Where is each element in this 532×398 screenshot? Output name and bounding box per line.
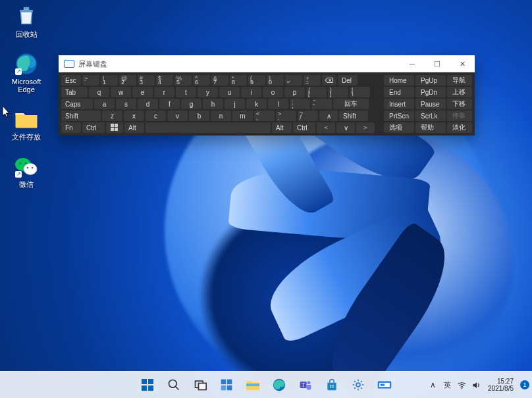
minimize-button[interactable]: ─ xyxy=(400,55,425,72)
key-scrlk[interactable]: ScrLk xyxy=(415,111,446,121)
ime-indicator[interactable]: 英 xyxy=(442,380,452,390)
key-backspace[interactable] xyxy=(322,75,336,86)
key-/[interactable]: ?/ xyxy=(298,111,318,121)
key-[[interactable]: {[ xyxy=(306,87,327,97)
key-l[interactable]: l xyxy=(268,99,288,109)
key-esc[interactable]: Esc xyxy=(61,75,81,86)
taskbar-widgets[interactable] xyxy=(215,373,238,397)
key-m[interactable]: m xyxy=(232,111,253,121)
key-u[interactable]: u xyxy=(219,87,240,97)
key-win[interactable] xyxy=(106,122,123,133)
key-2[interactable]: @2 xyxy=(119,75,136,86)
osk-side-导航[interactable]: 导航 xyxy=(447,75,472,86)
key-j[interactable]: j xyxy=(225,99,245,109)
key-1[interactable]: !1 xyxy=(101,75,118,86)
key-fn[interactable]: Fn xyxy=(61,122,81,133)
key-f[interactable]: f xyxy=(159,99,180,109)
key-up[interactable]: ∧ xyxy=(319,111,338,121)
key-down[interactable]: ∨ xyxy=(336,122,355,133)
key-home[interactable]: Home xyxy=(384,75,414,86)
key-right[interactable]: ＞ xyxy=(356,122,375,133)
key-end[interactable]: End xyxy=(384,87,414,97)
key-p[interactable]: p xyxy=(284,87,305,97)
key-5[interactable]: %5 xyxy=(174,75,192,86)
key-o[interactable]: o xyxy=(263,87,283,97)
volume-icon[interactable] xyxy=(471,380,481,390)
key-`[interactable]: ~` xyxy=(82,75,99,86)
key-'[interactable]: "' xyxy=(311,99,332,109)
taskbar-settings[interactable] xyxy=(346,373,370,397)
key-帮助[interactable]: 帮助 xyxy=(415,122,446,133)
key-e[interactable]: e xyxy=(132,87,153,97)
maximize-button[interactable]: ☐ xyxy=(425,55,450,72)
key-0[interactable]: )0 xyxy=(267,75,284,86)
key-z[interactable]: z xyxy=(102,111,122,121)
key-3[interactable]: #3 xyxy=(138,75,155,86)
key-pgdn[interactable]: PgDn xyxy=(415,87,446,97)
key-ctrl-left[interactable]: Ctrl xyxy=(82,122,105,133)
desktop-icon-wechat[interactable]: 微信 xyxy=(5,154,47,188)
desktop-icon-folder[interactable]: 文件存放 xyxy=(5,107,47,141)
key-x[interactable]: x xyxy=(124,111,144,121)
key-alt-left[interactable]: Alt xyxy=(124,122,144,133)
key-8[interactable]: *8 xyxy=(230,75,247,86)
taskbar-taskview[interactable] xyxy=(188,373,212,397)
taskbar-teams[interactable]: T xyxy=(294,373,317,397)
key-t[interactable]: t xyxy=(176,87,196,97)
osk-side-下移[interactable]: 下移 xyxy=(447,99,472,109)
osk-side-停靠[interactable]: 停靠 xyxy=(447,111,472,121)
taskbar-start[interactable] xyxy=(136,373,159,397)
key-q[interactable]: q xyxy=(89,87,109,97)
key-r[interactable]: r xyxy=(154,87,174,97)
key-,[interactable]: <, xyxy=(254,111,275,121)
key-][interactable]: }] xyxy=(328,87,348,97)
key-pause[interactable]: Pause xyxy=(415,99,446,109)
taskbar-search[interactable] xyxy=(162,373,186,397)
key-s[interactable]: s xyxy=(116,99,136,109)
key-7[interactable]: &7 xyxy=(211,75,228,86)
taskbar-explorer[interactable] xyxy=(241,373,265,397)
key-选项[interactable]: 选项 xyxy=(384,122,414,133)
key-h[interactable]: h xyxy=(203,99,223,109)
desktop-icon-recycle-bin[interactable]: 回收站 xyxy=(5,4,47,38)
key-pgup[interactable]: PgUp xyxy=(415,75,446,86)
key-n[interactable]: n xyxy=(211,111,231,121)
key-a[interactable]: a xyxy=(94,99,115,109)
taskbar-clock[interactable]: 15:27 2021/8/5 xyxy=(485,378,516,392)
close-button[interactable]: ✕ xyxy=(450,55,475,72)
osk-titlebar[interactable]: 屏幕键盘 ─ ☐ ✕ xyxy=(59,55,475,72)
tray-chevron-icon[interactable]: ∧ xyxy=(427,380,438,390)
key-.[interactable]: >. xyxy=(276,111,296,121)
key-6[interactable]: ^6 xyxy=(193,75,210,86)
taskbar-store[interactable] xyxy=(320,373,344,397)
key-enter[interactable]: 回车 xyxy=(333,99,369,109)
key-shift-left[interactable]: Shift xyxy=(61,111,101,121)
key-v[interactable]: v xyxy=(167,111,188,121)
key-caps[interactable]: Caps xyxy=(61,99,93,109)
key-prtscn[interactable]: PrtScn xyxy=(384,111,414,121)
taskbar-edge[interactable] xyxy=(267,373,291,397)
key-alt-right[interactable]: Alt xyxy=(272,122,292,133)
key-space[interactable] xyxy=(146,122,271,133)
key-;[interactable]: :; xyxy=(290,99,310,109)
key-k[interactable]: k xyxy=(246,99,267,109)
key-c[interactable]: c xyxy=(146,111,166,121)
key-9[interactable]: (9 xyxy=(248,75,265,86)
taskbar-snip[interactable] xyxy=(373,373,396,397)
key-d[interactable]: d xyxy=(138,99,158,109)
key-=[interactable]: += xyxy=(304,75,321,86)
key-insert[interactable]: Insert xyxy=(384,99,414,109)
key--[interactable]: _- xyxy=(285,75,302,86)
key-i[interactable]: i xyxy=(241,87,261,97)
key-shift-right[interactable]: Shift xyxy=(339,111,368,121)
key-ctrl-right[interactable]: Ctrl xyxy=(293,122,315,133)
notification-badge[interactable]: 1 xyxy=(520,380,529,389)
key-4[interactable]: $4 xyxy=(156,75,173,86)
key-w[interactable]: w xyxy=(111,87,131,97)
key-tab[interactable]: Tab xyxy=(61,87,88,97)
desktop-icon-edge[interactable]: Microsoft Edge xyxy=(5,51,47,93)
key-left[interactable]: ＜ xyxy=(317,122,335,133)
key-y[interactable]: y xyxy=(198,87,218,97)
osk-side-上移[interactable]: 上移 xyxy=(447,87,472,97)
key-\[interactable]: |\ xyxy=(350,87,370,97)
